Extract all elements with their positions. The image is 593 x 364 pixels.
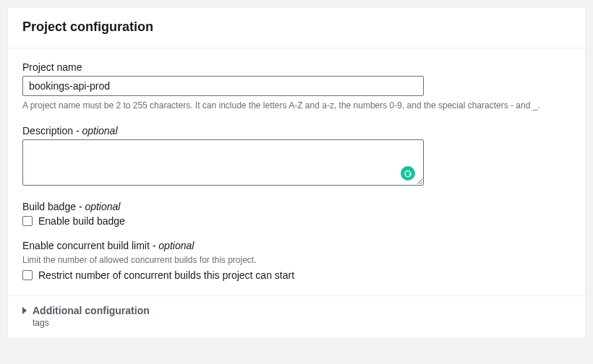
additional-configuration-sub: tags xyxy=(33,318,571,328)
additional-configuration-expander[interactable]: Additional configuration xyxy=(22,305,571,316)
description-wrapper xyxy=(22,139,424,188)
concurrent-limit-label: Enable concurrent build limit - optional xyxy=(22,240,571,251)
project-name-helper: A project name must be 2 to 255 characte… xyxy=(22,100,571,112)
project-name-label: Project name xyxy=(22,61,571,73)
build-badge-checkbox[interactable] xyxy=(22,216,33,226)
concurrent-limit-checkbox-label: Restrict number of concurrent builds thi… xyxy=(38,269,294,281)
concurrent-limit-checkbox[interactable] xyxy=(22,270,33,280)
triangle-right-icon xyxy=(22,307,27,314)
concurrent-limit-helper: Limit the number of allowed concurrent b… xyxy=(22,254,571,266)
build-badge-label: Build badge - optional xyxy=(22,201,571,212)
build-badge-group: Build badge - optional Enable build badg… xyxy=(22,201,571,227)
description-textarea[interactable] xyxy=(22,139,424,186)
card-body: Project name A project name must be 2 to… xyxy=(8,48,585,295)
concurrent-limit-group: Enable concurrent build limit - optional… xyxy=(22,240,571,281)
card-header: Project configuration xyxy=(8,8,585,48)
project-configuration-card: Project configuration Project name A pro… xyxy=(7,7,586,339)
project-name-group: Project name A project name must be 2 to… xyxy=(22,61,571,112)
concurrent-limit-checkbox-row: Restrict number of concurrent builds thi… xyxy=(22,269,571,281)
description-group: Description - optional xyxy=(22,125,571,188)
additional-configuration-label: Additional configuration xyxy=(33,305,150,316)
grammarly-icon[interactable] xyxy=(401,166,415,181)
description-label: Description - optional xyxy=(22,125,571,136)
build-badge-checkbox-label: Enable build badge xyxy=(38,215,125,227)
card-footer: Additional configuration tags xyxy=(8,295,585,338)
card-title: Project configuration xyxy=(22,20,571,35)
build-badge-checkbox-row: Enable build badge xyxy=(22,215,571,227)
project-name-input[interactable] xyxy=(22,76,424,96)
